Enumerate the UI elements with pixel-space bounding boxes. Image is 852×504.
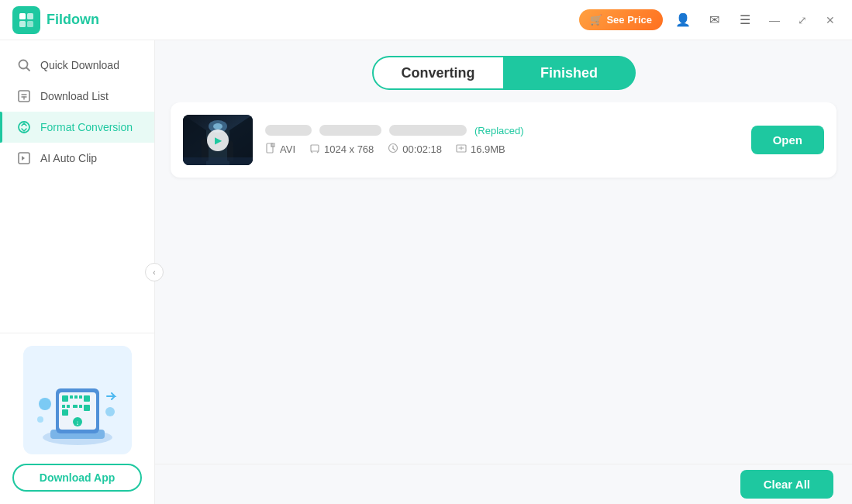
file-format: AVI (265, 143, 295, 156)
sidebar-bottom: ↓ Download App (0, 333, 154, 504)
svg-rect-26 (84, 405, 90, 411)
finished-tab[interactable]: Finished (504, 56, 636, 90)
svg-rect-21 (84, 395, 90, 402)
file-resolution: 1024 x 768 (309, 143, 374, 156)
svg-rect-18 (70, 395, 73, 399)
mail-icon[interactable]: ✉ (703, 9, 725, 31)
file-list: ▶ (Replaced) (155, 102, 852, 464)
bottom-bar: Clear All (155, 464, 852, 504)
file-size: 16.9MB (456, 143, 505, 156)
logo-area: Fildown (12, 6, 99, 34)
svg-point-30 (39, 398, 51, 410)
format-conversion-icon (16, 120, 33, 134)
app-logo-icon (12, 6, 40, 34)
duration-value: 00:02:18 (402, 143, 442, 155)
see-price-button[interactable]: 🛒 See Price (579, 9, 663, 30)
duration-icon (388, 143, 398, 156)
menu-icon[interactable]: ☰ (734, 9, 756, 31)
filename-blur-1 (265, 125, 312, 136)
svg-rect-6 (19, 91, 29, 102)
resolution-icon (309, 143, 320, 156)
resolution-value: 1024 x 768 (324, 143, 374, 155)
svg-rect-3 (27, 21, 33, 27)
format-icon (265, 143, 276, 156)
svg-point-31 (105, 407, 115, 416)
sidebar-item-format-conversion[interactable]: Format Conversion (0, 112, 154, 143)
sidebar-item-download-list[interactable]: Download List (0, 81, 154, 112)
filename-blur-3 (389, 125, 467, 136)
file-duration: 00:02:18 (388, 143, 442, 156)
main-layout: Quick Download Download List (0, 40, 852, 504)
svg-rect-23 (67, 405, 70, 408)
svg-point-4 (19, 60, 28, 69)
svg-text:↓: ↓ (75, 419, 79, 426)
titlebar: Fildown 🛒 See Price 👤 ✉ ☰ — ⤢ ✕ (0, 0, 852, 40)
content-area: Converting Finished (155, 40, 852, 504)
svg-point-32 (37, 416, 43, 423)
svg-rect-43 (183, 157, 253, 165)
minimize-button[interactable]: — (765, 11, 784, 29)
svg-rect-24 (73, 405, 78, 408)
ai-clip-icon (16, 151, 33, 165)
sidebar-nav: Quick Download Download List (0, 40, 154, 333)
close-button[interactable]: ✕ (821, 11, 840, 29)
converting-tab[interactable]: Converting (372, 56, 504, 90)
svg-rect-0 (19, 13, 26, 19)
size-value: 16.9MB (471, 143, 505, 155)
sidebar-label-ai-auto-clip: AI Auto Clip (40, 152, 97, 164)
replaced-badge: (Replaced) (474, 125, 524, 136)
sidebar-item-quick-download[interactable]: Quick Download (0, 50, 154, 81)
svg-rect-20 (79, 395, 82, 399)
cart-icon: 🛒 (590, 14, 602, 26)
download-list-icon (16, 89, 33, 103)
svg-line-5 (27, 68, 30, 71)
svg-point-38 (213, 123, 222, 129)
play-icon: ▶ (207, 129, 229, 151)
file-name-row: (Replaced) (265, 125, 739, 136)
sidebar: Quick Download Download List (0, 40, 155, 504)
table-row: ▶ (Replaced) (171, 102, 836, 178)
file-thumbnail: ▶ (183, 115, 253, 165)
restore-button[interactable]: ⤢ (793, 11, 812, 29)
svg-rect-27 (62, 409, 68, 416)
sidebar-item-ai-auto-clip[interactable]: AI Auto Clip (0, 143, 154, 174)
sidebar-label-format-conversion: Format Conversion (40, 121, 133, 133)
svg-rect-22 (62, 405, 65, 408)
user-icon[interactable]: 👤 (672, 9, 694, 31)
filename-blur-2 (319, 125, 381, 136)
file-info: (Replaced) AVI (265, 125, 739, 156)
svg-rect-2 (19, 21, 26, 27)
size-icon (456, 143, 467, 156)
clear-all-button[interactable]: Clear All (740, 470, 833, 499)
search-icon (16, 58, 33, 72)
sidebar-label-quick-download: Quick Download (40, 59, 119, 71)
collapse-sidebar-button[interactable]: ‹ (145, 263, 164, 281)
svg-rect-17 (62, 395, 68, 402)
svg-rect-25 (79, 405, 82, 408)
svg-rect-1 (27, 13, 33, 19)
svg-rect-46 (311, 145, 319, 151)
open-button[interactable]: Open (751, 126, 824, 154)
app-name: Fildown (47, 12, 99, 28)
svg-rect-44 (267, 143, 273, 153)
file-meta: AVI 1024 x 768 (265, 143, 739, 156)
sidebar-label-download-list: Download List (40, 90, 109, 102)
svg-line-51 (393, 148, 395, 150)
tab-bar: Converting Finished (155, 40, 852, 102)
qr-code-image: ↓ (23, 346, 132, 454)
titlebar-actions: 🛒 See Price 👤 ✉ ☰ — ⤢ ✕ (579, 9, 840, 31)
download-app-button[interactable]: Download App (12, 464, 142, 492)
svg-rect-19 (74, 395, 78, 399)
format-value: AVI (280, 143, 295, 155)
